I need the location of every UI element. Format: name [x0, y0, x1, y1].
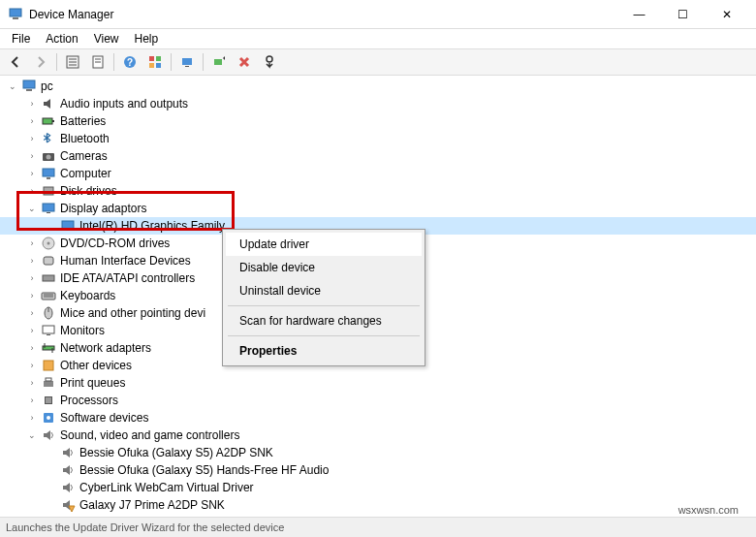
tree-node[interactable]: ›Batteries	[0, 112, 756, 130]
sound-icon	[41, 427, 56, 443]
expand-chevron-icon[interactable]: ›	[25, 169, 39, 178]
tree-node[interactable]: Bessie Ofuka (Galaxy S5) Hands-Free HF A…	[0, 461, 756, 479]
grid-icon[interactable]	[143, 50, 167, 74]
expand-chevron-icon[interactable]: ›	[25, 413, 39, 423]
tree-node-label: Computer	[60, 167, 111, 180]
expand-chevron-icon[interactable]: ›	[25, 395, 39, 405]
sound-icon	[60, 480, 76, 495]
help-icon[interactable]: ?	[118, 50, 142, 74]
tree-node[interactable]: ›Print queues	[0, 374, 756, 392]
minimize-button[interactable]: —	[617, 0, 661, 28]
svg-rect-17	[214, 59, 222, 65]
forward-button[interactable]	[29, 50, 52, 74]
tree-node[interactable]: ⌄Display adaptors	[0, 200, 756, 217]
svg-rect-13	[149, 63, 154, 68]
disable-icon[interactable]	[258, 50, 281, 74]
tree-node-label: Batteries	[60, 114, 106, 128]
expand-chevron-icon[interactable]: ›	[25, 326, 39, 335]
status-text: Launches the Update Driver Wizard for th…	[6, 521, 284, 533]
svg-rect-32	[66, 230, 70, 231]
speaker-icon	[41, 96, 56, 111]
expand-chevron-icon[interactable]: ⌄	[25, 430, 39, 440]
expand-chevron-icon[interactable]: ⌄	[25, 204, 39, 213]
tree-node-label: Cameras	[60, 149, 108, 163]
pc-icon	[21, 79, 37, 94]
tree-node[interactable]: ›Computer	[0, 165, 756, 182]
context-menu-item[interactable]: Scan for hardware changes	[226, 309, 422, 332]
svg-point-53	[47, 416, 50, 420]
tree-node-label: CyberLink WebCam Virtual Driver	[79, 481, 254, 494]
uninstall-icon[interactable]	[233, 50, 256, 74]
tree-node-label: Galaxy J7 Prime A2DP SNK	[79, 498, 225, 512]
expand-chevron-icon[interactable]: ›	[25, 256, 39, 266]
scan-hardware-icon[interactable]	[207, 50, 231, 74]
menu-file[interactable]: File	[4, 30, 38, 47]
tree-node[interactable]: ›Disk drives	[0, 182, 756, 200]
tree-node[interactable]: ›Cameras	[0, 147, 756, 165]
bluetooth-icon	[41, 131, 56, 146]
maximize-button[interactable]: ☐	[661, 0, 705, 28]
tree-node[interactable]: ›Audio inputs and outputs	[0, 95, 756, 112]
expand-chevron-icon[interactable]: ›	[25, 151, 39, 161]
tree-node[interactable]: ›Bluetooth	[0, 130, 756, 147]
tree-node-label: Sound, video and game controllers	[60, 428, 239, 442]
tree-node-label: Bluetooth	[60, 132, 110, 145]
update-driver-icon[interactable]	[175, 50, 199, 74]
menubar: File Action View Help	[0, 29, 756, 48]
menu-help[interactable]: Help	[127, 30, 167, 47]
context-menu-item[interactable]: Properties	[226, 339, 422, 363]
svg-point-24	[47, 155, 51, 160]
svg-text:?: ?	[127, 57, 133, 68]
statusbar: Launches the Update Driver Wizard for th…	[0, 517, 756, 537]
svg-point-18	[267, 56, 272, 62]
context-menu-item[interactable]: Uninstall device	[226, 279, 422, 302]
expand-chevron-icon[interactable]: ›	[25, 308, 39, 318]
tree-node-label: Disk drives	[60, 184, 117, 198]
context-menu-item[interactable]: Update driver	[226, 233, 422, 256]
tree-node-label: Human Interface Devices	[60, 254, 191, 268]
expand-chevron-icon[interactable]: ›	[25, 116, 39, 126]
tree-node[interactable]: ⌄Sound, video and game controllers	[0, 426, 756, 444]
context-menu-item[interactable]: Disable device	[226, 256, 422, 279]
menu-view[interactable]: View	[86, 30, 127, 47]
svg-rect-36	[43, 275, 54, 281]
window-title: Device Manager	[29, 8, 617, 21]
back-button[interactable]	[4, 50, 27, 74]
camera-icon	[41, 148, 56, 164]
menu-action[interactable]: Action	[38, 30, 85, 47]
expand-chevron-icon[interactable]: ›	[25, 238, 39, 248]
close-button[interactable]: ✕	[705, 0, 748, 28]
tree-node[interactable]: Galaxy J7 Prime A2DP SNK	[0, 496, 756, 514]
svg-rect-30	[47, 212, 50, 213]
tree-node[interactable]: ›Software devices	[0, 409, 756, 426]
tree-node[interactable]: ›Processors	[0, 392, 756, 409]
expand-chevron-icon[interactable]: ›	[25, 273, 39, 283]
context-menu-separator	[228, 305, 420, 306]
expand-chevron-icon[interactable]: ›	[25, 99, 39, 109]
expand-chevron-icon[interactable]: ›	[25, 361, 39, 370]
svg-rect-49	[46, 378, 51, 381]
expand-chevron-icon[interactable]: ›	[25, 343, 39, 353]
expand-chevron-icon[interactable]: ›	[25, 291, 39, 300]
tree-node-label: Bessie Ofuka (Galaxy S5) Hands-Free HF A…	[79, 463, 329, 477]
tree-node[interactable]: Bessie Ofuka (Galaxy S5) A2DP SNK	[0, 444, 756, 461]
tree-node-label: Mice and other pointing devi	[60, 306, 205, 320]
mouse-icon	[41, 305, 56, 321]
display-icon	[41, 201, 56, 216]
expand-chevron-icon[interactable]: ›	[25, 134, 39, 143]
tree-node[interactable]: CyberLink WebCam Virtual Driver	[0, 479, 756, 496]
app-icon	[8, 7, 23, 22]
properties-icon[interactable]	[86, 50, 110, 74]
svg-rect-14	[156, 63, 161, 68]
tree-node[interactable]: ⌄pc	[0, 78, 756, 95]
svg-point-28	[50, 192, 52, 194]
tree-node-label: Audio inputs and outputs	[60, 97, 188, 111]
context-menu-separator	[228, 335, 420, 336]
details-icon[interactable]	[61, 50, 84, 74]
expand-chevron-icon[interactable]: ›	[25, 186, 39, 196]
sound-icon	[60, 445, 76, 460]
expand-chevron-icon[interactable]: ›	[25, 378, 39, 388]
expand-chevron-icon[interactable]: ⌄	[6, 81, 19, 91]
tree-node-label: IDE ATA/ATAPI controllers	[60, 271, 195, 285]
monitor-icon	[41, 323, 56, 338]
